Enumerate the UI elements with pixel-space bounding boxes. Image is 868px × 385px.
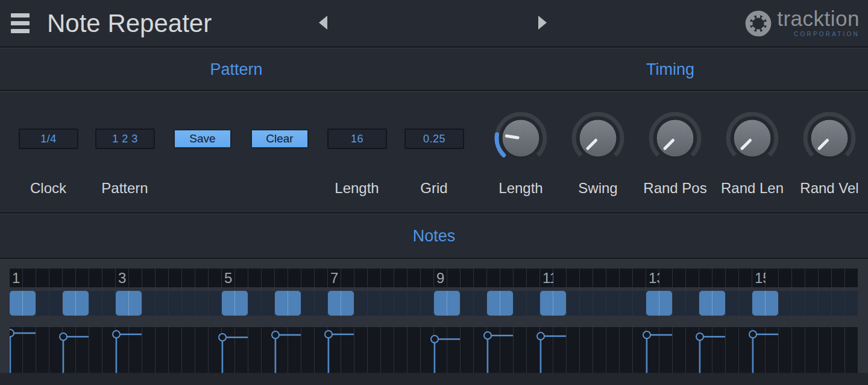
note-cell-divider — [128, 291, 130, 316]
velocity-handle[interactable] — [696, 333, 703, 340]
step-cell[interactable] — [248, 291, 261, 316]
length-field[interactable]: 16 — [327, 129, 387, 149]
velocity-handle[interactable] — [60, 333, 67, 340]
step-cell[interactable] — [792, 291, 805, 316]
step-cell[interactable] — [686, 291, 699, 316]
step-cell[interactable] — [620, 291, 632, 316]
step-cell[interactable] — [195, 291, 208, 316]
note-block[interactable] — [116, 291, 142, 316]
beat-number-cell: 13 — [646, 269, 659, 287]
divider — [0, 90, 868, 92]
grid-field[interactable]: 0.25 — [404, 129, 464, 149]
note-block[interactable] — [487, 291, 513, 316]
velocity-handle[interactable] — [537, 332, 544, 340]
step-cell[interactable] — [156, 291, 168, 316]
step-cell[interactable] — [593, 291, 606, 316]
beat-number-cell — [235, 269, 248, 287]
step-cell[interactable] — [407, 291, 420, 316]
step-cell[interactable] — [301, 291, 314, 316]
beat-number-cell — [514, 269, 526, 287]
note-block[interactable] — [646, 291, 672, 316]
pattern-field[interactable]: 1 2 3 — [95, 129, 155, 149]
step-cell[interactable] — [315, 291, 327, 316]
step-cell[interactable] — [169, 291, 181, 316]
step-cell[interactable] — [89, 291, 102, 316]
save-button[interactable]: Save — [174, 129, 231, 148]
step-cell[interactable] — [354, 291, 367, 316]
step-cell[interactable] — [580, 291, 593, 316]
step-cell[interactable] — [182, 291, 195, 316]
step-cell[interactable] — [394, 291, 407, 316]
beat-number-cell — [633, 269, 646, 287]
beat-number-cell — [819, 269, 831, 287]
step-cell[interactable] — [779, 291, 791, 316]
note-block[interactable] — [275, 291, 301, 316]
step-cell[interactable] — [567, 291, 579, 316]
beat-number-cell — [275, 269, 288, 287]
beat-number-cell — [580, 269, 593, 287]
note-block[interactable] — [434, 291, 460, 316]
note-block[interactable] — [328, 291, 354, 316]
step-cell[interactable] — [102, 291, 115, 316]
step-cell[interactable] — [819, 291, 831, 316]
menu-bar — [11, 21, 30, 25]
velocity-handle[interactable] — [325, 331, 332, 338]
velocity-row[interactable] — [10, 327, 858, 373]
velocity-handle[interactable] — [219, 334, 226, 341]
clock-field[interactable]: 1/4 — [19, 129, 78, 149]
step-cell[interactable] — [421, 291, 433, 316]
note-block[interactable] — [540, 291, 566, 316]
note-cell-divider — [75, 291, 77, 316]
step-cell[interactable] — [49, 291, 62, 316]
step-cell[interactable] — [142, 291, 155, 316]
step-cell[interactable] — [514, 291, 526, 316]
velocity-handle[interactable] — [113, 331, 120, 338]
step-row[interactable] — [10, 291, 858, 316]
clear-button[interactable]: Clear — [251, 129, 309, 148]
step-cell[interactable] — [726, 291, 738, 316]
step-cell[interactable] — [739, 291, 752, 316]
rand-pos-knob[interactable] — [646, 109, 704, 167]
velocity-handle[interactable] — [10, 329, 14, 337]
prev-preset-button[interactable] — [319, 16, 327, 30]
velocity-handle[interactable] — [272, 331, 279, 339]
step-cell[interactable] — [381, 291, 394, 316]
next-preset-button[interactable] — [538, 16, 547, 30]
step-cell[interactable] — [527, 291, 539, 316]
beat-number-cell — [766, 269, 778, 287]
rand-vel-knob-label: Rand Vel — [800, 180, 858, 197]
beat-number-cell — [832, 269, 844, 287]
beat-number-cell — [288, 269, 301, 287]
step-cell[interactable] — [832, 291, 844, 316]
velocity-handle[interactable] — [643, 331, 650, 339]
velocity-handle[interactable] — [431, 336, 438, 343]
step-cell[interactable] — [368, 291, 380, 316]
beat-number-cell — [659, 269, 672, 287]
step-cell[interactable] — [606, 291, 619, 316]
step-cell[interactable] — [36, 291, 49, 316]
step-cell[interactable] — [845, 291, 858, 316]
note-block[interactable] — [752, 291, 778, 316]
step-cell[interactable] — [474, 291, 486, 316]
logo-subtext: CORPORATION — [777, 31, 860, 37]
note-block[interactable] — [699, 291, 725, 316]
step-cell[interactable] — [262, 291, 274, 316]
note-block[interactable] — [63, 291, 89, 316]
velocity-handle[interactable] — [484, 332, 491, 339]
step-cell[interactable] — [805, 291, 818, 316]
note-block[interactable] — [222, 291, 248, 316]
note-block[interactable] — [10, 291, 36, 316]
step-cell[interactable] — [673, 291, 685, 316]
length-knob[interactable] — [492, 109, 550, 167]
swing-knob[interactable] — [569, 109, 627, 167]
step-cell[interactable] — [461, 291, 473, 316]
rand-len-knob[interactable] — [723, 109, 781, 167]
menu-icon[interactable] — [11, 13, 30, 33]
step-cell[interactable] — [209, 291, 221, 316]
step-cell[interactable] — [633, 291, 646, 316]
notes-header-label: Notes — [413, 227, 456, 246]
rand-vel-knob[interactable] — [800, 109, 858, 167]
swing-knob-label: Swing — [578, 180, 617, 197]
notes-grid-section: 13579111315 — [0, 260, 868, 385]
velocity-handle[interactable] — [749, 331, 756, 338]
